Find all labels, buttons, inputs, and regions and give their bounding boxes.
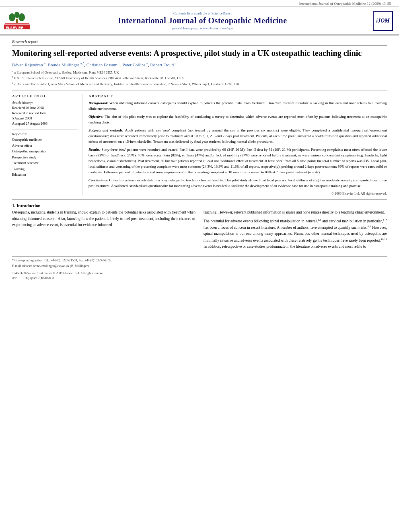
intro-left-col: Osteopaths, including students in traini… [12,210,195,253]
abstract-title: ABSTRACT [88,94,387,98]
abstract-conclusions: Conclusions: Collecting adverse events d… [88,178,387,189]
abstract-objective: Objective: The aim of this pilot study w… [88,114,387,125]
keyword-4: Prospective study [12,154,78,160]
article-section-label: Research report [12,39,387,45]
issn-line: 1746-0689/$ – see front matter © 2008 El… [12,271,387,281]
article-history: Article history: Received 26 June 2008 R… [12,101,78,126]
intro-right-col: teaching. However, relevant published in… [204,210,387,253]
objective-text: The aim of this pilot study was to explo… [88,115,387,124]
keyword-7: Education [12,172,78,177]
affiliation-c: c c Barts and The London Queen Mary Scho… [12,81,387,87]
keywords-label: Keywords: [12,132,78,136]
author-brenda: Brenda Mullinger [47,62,79,67]
keyword-2: Adverse effect [12,143,78,148]
divider-1 [12,129,78,129]
conclusions-text: Collecting adverse events data in a busy… [88,178,387,188]
received-date: Received 26 June 2008 [12,105,78,111]
article-title: Monitoring self-reported adverse events:… [12,48,387,58]
results-text: Sixty-three 'new' patients were recruite… [88,148,387,174]
svg-point-2 [9,13,15,21]
affiliation-b: b b AT Still Research Institute, AT Stil… [12,75,387,81]
iom-logo: iJOM [373,11,395,31]
issn-text: 1746-0689/$ – see front matter © 2008 El… [12,271,387,276]
main-content: Research report Monitoring self-reported… [0,35,399,285]
iom-logo-text: iJOM [376,18,389,24]
keyword-3: Osteopathic manipulation [12,148,78,154]
section-divider [12,199,387,200]
received-revised-label: Received in revised form [12,111,78,116]
elsevier-logo: ELSEVIER [4,9,32,32]
history-label: Article history: [12,101,78,105]
journal-title: International Journal of Osteopathic Med… [36,16,369,25]
subjects-text: Adult patients with any 'new' complaint … [88,128,387,144]
svg-rect-5 [16,19,18,23]
results-label: Results: [88,148,101,152]
accepted-date: Accepted 27 August 2008 [12,121,78,126]
svg-point-4 [19,13,25,21]
author-devan: Dévan Rajendran [12,62,43,67]
revised-date: 5 August 2008 [12,116,78,121]
subjects-label: Subjects and methods: [88,128,123,132]
journal-citation-header: International Journal of Osteopathic Med… [0,0,399,7]
keywords-section: Keywords: Osteopathic medicine Adverse e… [12,132,78,177]
journal-citation-text: International Journal of Osteopathic Med… [299,2,391,6]
abstract-background: Background: When obtaining informed cons… [88,101,387,112]
journal-center: Contents lists available at ScienceDirec… [36,11,369,30]
article-info-column: ARTICLE INFO Article history: Received 2… [12,94,82,195]
journal-homepage: journal homepage: www.elsevier.com/ijos [36,26,369,30]
copyright-line: © 2008 Elsevier Ltd. All rights reserved… [88,191,387,195]
abstract-column: ABSTRACT Background: When obtaining info… [88,94,387,195]
keyword-5: Treatment outcome [12,160,78,166]
section-1-header: 1. Introduction [12,203,387,208]
journal-header: ELSEVIER Contents lists available at Sci… [0,7,399,35]
footnote-email: E-mail address: brendamullinger@eso.ac.u… [12,264,387,269]
footnote-email-text: E-mail address: brendamullinger@eso.ac.u… [12,264,90,268]
abstract-results: Results: Sixty-three 'new' patients were… [88,147,387,175]
author-christian: Christian Fossum [86,62,117,67]
doi-text: doi:10.1016/j.ijosm.2008.08.031 [12,276,387,281]
sciencedirect-link: Contents lists available at ScienceDirec… [36,11,369,15]
affiliation-a: a a European School of Osteopathy, Boxle… [12,69,387,75]
footnotes-section: * Corresponding author. Tel.: +44 (0)162… [12,256,387,281]
introduction-body: Osteopaths, including students in traini… [12,210,387,253]
article-info-title: ARTICLE INFO [12,94,78,98]
author-peter: Peter Collins [122,62,145,67]
keyword-6: Teaching [12,166,78,172]
authors-line: Dévan Rajendran a, Brenda Mullinger a,*,… [12,62,387,67]
intro-right-text-1: teaching. However, relevant published in… [204,210,387,216]
keyword-1: Osteopathic medicine [12,137,78,142]
intro-right-text-2: The potential for adverse events followi… [204,218,387,250]
svg-text:ELSEVIER: ELSEVIER [6,26,24,30]
objective-label: Objective: [88,115,103,119]
conclusions-label: Conclusions: [88,178,108,182]
affiliations: a a European School of Osteopathy, Boxle… [12,69,387,87]
background-text: When obtaining informed consent osteopat… [88,101,387,111]
iom-logo-box: iJOM [373,11,393,31]
keywords-list: Osteopathic medicine Adverse effect Oste… [12,137,78,177]
intro-left-text: Osteopaths, including students in traini… [12,210,195,228]
footnote-corresponding: * Corresponding author. Tel.: +44 (0)162… [12,258,387,263]
article-info-abstract-section: ARTICLE INFO Article history: Received 2… [12,90,387,195]
background-label: Background: [88,101,108,105]
abstract-subjects: Subjects and methods: Adult patients wit… [88,128,387,145]
author-robert: Robert Froud [150,62,174,67]
